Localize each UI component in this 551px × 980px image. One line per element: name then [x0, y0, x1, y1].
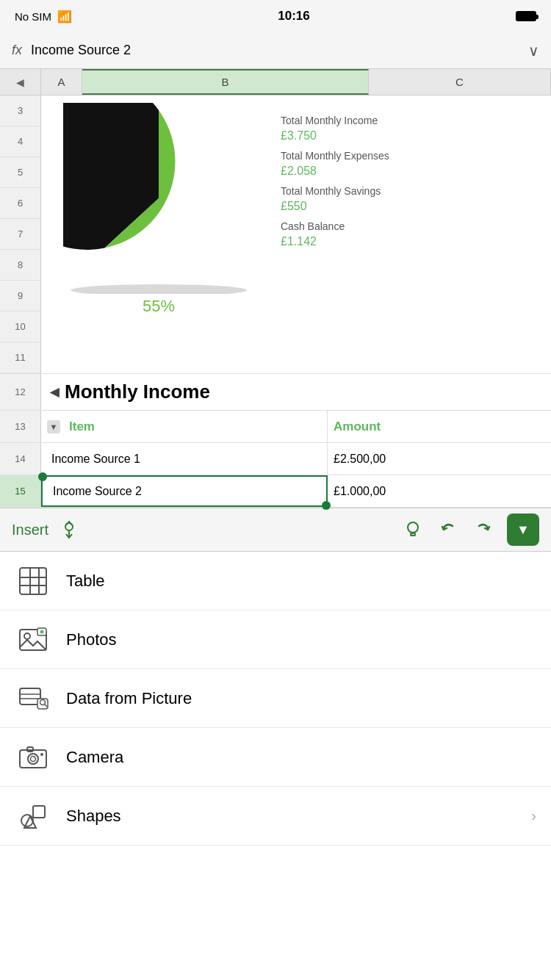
table-row-selected[interactable]: 15 Income Source 2 £1.000,00	[0, 475, 551, 508]
table-icon	[15, 563, 51, 599]
collapse-arrow-icon[interactable]: ◀	[50, 385, 59, 399]
column-headers: ◀ A B C	[0, 69, 551, 96]
column-item-header[interactable]: ▼ Item	[41, 411, 328, 442]
col-header-a[interactable]: A	[41, 69, 82, 95]
table-row: 14 Income Source 1 £2.500,00	[0, 443, 551, 475]
section-title: Monthly Income	[65, 381, 210, 403]
svg-point-22	[28, 754, 38, 764]
section-title-cell: ◀ Monthly Income	[41, 381, 551, 403]
row-num-12: 12	[0, 374, 41, 410]
menu-item-photos[interactable]: Photos	[0, 610, 551, 669]
selection-handle-br[interactable]	[322, 501, 331, 510]
menu-item-camera[interactable]: Camera	[0, 728, 551, 787]
photos-icon	[15, 621, 51, 658]
menu-item-table[interactable]: Table	[0, 552, 551, 610]
total-income-label: Total Monthly Income	[281, 115, 544, 126]
row-num-8: 8	[0, 250, 40, 281]
total-income-value: £3.750	[281, 129, 544, 143]
row-num-14: 14	[0, 443, 41, 475]
row-num-7: 7	[0, 219, 40, 250]
total-expenses-value: £2.058	[281, 165, 544, 178]
menu-item-shapes[interactable]: Shapes ›	[0, 787, 551, 846]
menu-item-shapes-label: Shapes	[66, 807, 516, 826]
sort-icon[interactable]	[54, 515, 84, 544]
menu-item-camera-label: Camera	[66, 748, 536, 767]
shapes-arrow-icon: ›	[531, 807, 536, 824]
dropdown-arrow-icon: ▼	[516, 522, 530, 538]
formula-input[interactable]: Income Source 2	[31, 43, 519, 58]
chart-row-numbers: 3 4 5 6 7 8 9 10 11	[0, 96, 41, 373]
toolbar: Insert ▼	[0, 508, 551, 552]
cell-item-14-value: Income Source 1	[51, 453, 140, 466]
table-header-row: 13 ▼ Item Amount	[0, 411, 551, 443]
section-header-row: 12 ◀ Monthly Income	[0, 374, 551, 411]
cell-item-14[interactable]: Income Source 1	[41, 443, 328, 475]
svg-rect-6	[20, 568, 46, 594]
selection-handle-tl[interactable]	[38, 472, 47, 481]
shapes-icon	[15, 798, 51, 835]
status-right	[516, 11, 536, 21]
total-expenses-label: Total Monthly Expenses	[281, 150, 544, 162]
item-header-label: Item	[69, 419, 95, 434]
cash-balance-label: Cash Balance	[281, 220, 544, 232]
menu-item-data-from-picture-label: Data from Picture	[66, 689, 536, 708]
formula-bar: fx Income Source 2 ∨	[0, 32, 551, 69]
carrier-label: No SIM	[15, 10, 51, 23]
total-savings-value: £550	[281, 200, 544, 213]
fx-label: fx	[12, 43, 22, 58]
pie-container: 55%	[48, 103, 269, 366]
row-num-13: 13	[0, 411, 41, 442]
row-num-header: ◀	[0, 69, 41, 95]
row-num-15: 15	[0, 475, 41, 507]
chart-content: 55% Total Monthly Income £3.750 Total Mo…	[41, 96, 551, 373]
svg-point-12	[24, 633, 30, 639]
cell-amount-15[interactable]: £1.000,00	[328, 475, 551, 507]
row-num-10: 10	[0, 311, 40, 342]
row-num-6: 6	[0, 188, 40, 219]
pie-chart	[63, 103, 254, 294]
spreadsheet: ◀ A B C 3 4 5 6 7 8 9 10 11	[0, 69, 551, 508]
chevron-down-icon[interactable]: ∨	[528, 42, 539, 60]
stats-panel: Total Monthly Income £3.750 Total Monthl…	[281, 103, 544, 366]
status-bar: No SIM 📶 10:16	[0, 0, 551, 32]
row-num-11: 11	[0, 342, 40, 373]
redo-icon[interactable]	[466, 512, 501, 547]
insert-label[interactable]: Insert	[12, 522, 48, 538]
undo-icon[interactable]	[431, 512, 466, 547]
filter-arrow-icon[interactable]: ▼	[47, 420, 60, 433]
svg-rect-27	[33, 806, 45, 818]
chart-area: 3 4 5 6 7 8 9 10 11	[0, 96, 551, 374]
insert-menu: Table Photos Data from Pi	[0, 552, 551, 846]
menu-item-data-from-picture[interactable]: Data from Picture	[0, 669, 551, 728]
cell-amount-15-value: £1.000,00	[334, 485, 386, 498]
wifi-icon: 📶	[57, 10, 72, 24]
cell-item-15[interactable]: Income Source 2	[41, 475, 328, 507]
toolbar-dropdown-button[interactable]: ▼	[507, 514, 539, 546]
svg-point-23	[31, 756, 36, 761]
status-left: No SIM 📶	[15, 10, 72, 24]
status-time: 10:16	[278, 9, 309, 24]
pie-percentage-label: 55%	[143, 297, 175, 316]
row-num-3: 3	[0, 96, 40, 126]
row-num-5: 5	[0, 157, 40, 188]
row-num-9: 9	[0, 281, 40, 311]
row-num-4: 4	[0, 126, 40, 157]
cell-item-15-value: Income Source 2	[53, 485, 142, 498]
camera-icon	[15, 739, 51, 776]
column-amount-header[interactable]: Amount	[328, 411, 551, 442]
col-header-c[interactable]: C	[369, 69, 551, 95]
cash-balance-value: £1.142	[281, 235, 544, 248]
svg-point-0	[71, 284, 247, 294]
cell-amount-14[interactable]: £2.500,00	[328, 443, 551, 475]
lightbulb-icon[interactable]	[395, 512, 431, 547]
amount-header-label: Amount	[334, 419, 381, 434]
data-from-picture-icon	[15, 680, 51, 717]
col-header-b[interactable]: B	[82, 69, 369, 95]
menu-item-table-label: Table	[66, 572, 536, 591]
svg-rect-21	[20, 750, 46, 768]
menu-item-photos-label: Photos	[66, 630, 536, 649]
total-savings-label: Total Monthly Savings	[281, 185, 544, 197]
svg-point-3	[408, 522, 418, 533]
battery-icon	[516, 11, 536, 21]
cell-amount-14-value: £2.500,00	[334, 453, 386, 466]
